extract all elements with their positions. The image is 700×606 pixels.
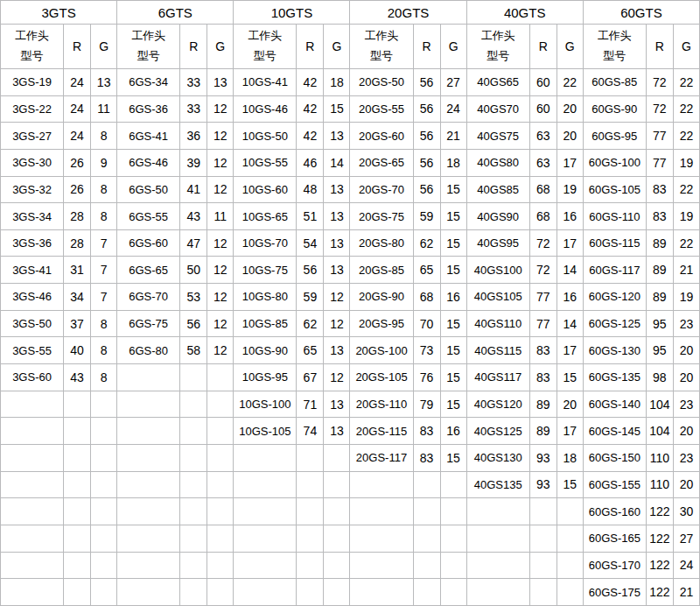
model-cell: 40GS90	[466, 203, 529, 230]
r-value-cell: 41	[180, 176, 207, 203]
g-value-cell: 8	[91, 337, 117, 364]
r-value-cell	[529, 498, 556, 525]
r-column-header: R	[180, 25, 207, 69]
model-cell: 10GS-70	[234, 229, 297, 257]
model-cell: 10GS-90	[234, 337, 297, 364]
r-value-cell	[64, 418, 91, 445]
model-cell: 40GS120	[466, 391, 529, 418]
r-value-cell: 72	[529, 229, 556, 257]
r-value-cell: 74	[297, 418, 324, 445]
g-value-cell: 22	[673, 123, 699, 150]
g-value-cell: 15	[440, 257, 466, 284]
g-value-cell: 18	[440, 149, 466, 176]
g-value-cell: 27	[440, 69, 466, 96]
model-cell	[350, 579, 413, 606]
model-cell: 3GS-50	[1, 310, 64, 337]
g-column-header: G	[673, 25, 699, 69]
g-value-cell: 16	[440, 284, 466, 311]
g-value-cell	[324, 552, 350, 579]
r-value-cell: 37	[64, 310, 91, 337]
g-value-cell: 8	[91, 310, 117, 337]
r-value-cell: 56	[413, 176, 440, 203]
model-cell: 60GS-155	[583, 471, 646, 498]
g-value-cell: 18	[324, 69, 350, 96]
r-value-cell	[297, 579, 324, 606]
model-cell: 60GS-145	[583, 418, 646, 445]
r-value-cell: 98	[646, 364, 673, 391]
g-value-cell: 12	[207, 257, 234, 284]
model-cell: 20GS-55	[350, 95, 413, 123]
g-value-cell: 16	[556, 284, 583, 311]
g-value-cell	[207, 525, 234, 552]
model-header-line2: 型号	[350, 46, 412, 67]
g-value-cell	[91, 525, 117, 552]
group-title-60gts: 60GTS	[583, 1, 699, 25]
g-value-cell	[207, 471, 234, 498]
r-value-cell: 67	[297, 364, 324, 391]
g-value-cell	[91, 552, 117, 579]
r-value-cell: 42	[297, 95, 324, 123]
table-row: 3GS-342886GS-55431110GS-65511320GS-75591…	[1, 203, 700, 230]
model-cell: 10GS-85	[234, 310, 297, 337]
model-cell	[117, 498, 180, 525]
r-value-cell: 60	[529, 69, 556, 96]
model-cell: 60GS-117	[583, 257, 646, 284]
model-cell	[466, 498, 529, 525]
g-value-cell: 19	[673, 203, 699, 230]
r-value-cell: 83	[529, 364, 556, 391]
g-value-cell: 19	[673, 149, 699, 176]
r-value-cell: 110	[646, 471, 673, 498]
table-row: 3GS-6043810GS-95671220GS-105761540GS1178…	[1, 364, 700, 391]
r-value-cell	[180, 418, 207, 445]
table-row: 3GS-322686GS-50411210GS-60481320GS-70561…	[1, 176, 700, 203]
g-value-cell	[324, 525, 350, 552]
model-cell: 40GS80	[466, 149, 529, 176]
model-cell: 40GS75	[466, 123, 529, 150]
r-value-cell: 33	[180, 95, 207, 123]
g-value-cell	[91, 471, 117, 498]
g-value-cell: 22	[673, 69, 699, 96]
model-cell	[234, 444, 297, 471]
model-cell: 40GS125	[466, 418, 529, 445]
column-header-row: 工作头 型号 R G 工作头 型号 R G 工作头 型号 R G 工作头 型号 …	[1, 25, 700, 69]
model-cell: 10GS-55	[234, 149, 297, 176]
g-value-cell: 13	[324, 391, 350, 418]
r-value-cell: 77	[646, 149, 673, 176]
g-value-cell: 7	[91, 284, 117, 311]
group-title-3gts: 3GTS	[1, 1, 117, 25]
model-cell	[117, 579, 180, 606]
g-value-cell: 22	[556, 69, 583, 96]
r-value-cell: 51	[297, 203, 324, 230]
group-title-6gts: 6GTS	[117, 1, 234, 25]
model-cell	[1, 391, 64, 418]
model-cell: 3GS-55	[1, 337, 64, 364]
model-cell: 40GS110	[466, 310, 529, 337]
g-value-cell: 12	[207, 229, 234, 257]
g-value-cell	[440, 471, 466, 498]
model-cell: 60GS-125	[583, 310, 646, 337]
model-column-header: 工作头 型号	[466, 25, 529, 69]
model-cell	[234, 579, 297, 606]
r-value-cell	[180, 579, 207, 606]
r-value-cell: 68	[413, 284, 440, 311]
r-value-cell: 68	[529, 176, 556, 203]
model-cell: 10GS-50	[234, 123, 297, 150]
model-cell: 60GS-105	[583, 176, 646, 203]
r-value-cell: 43	[64, 364, 91, 391]
model-cell: 60GS-110	[583, 203, 646, 230]
r-value-cell	[297, 498, 324, 525]
g-value-cell: 22	[673, 95, 699, 123]
r-value-cell	[64, 391, 91, 418]
r-value-cell: 59	[297, 284, 324, 311]
g-value-cell: 15	[440, 444, 466, 471]
g-value-cell: 17	[556, 418, 583, 445]
table-body: 3GS-1924136GS-34331310GS-41421820GS-5056…	[1, 69, 700, 606]
table-row: 60GS-16012230	[1, 498, 700, 525]
model-cell: 10GS-41	[234, 69, 297, 96]
model-header-line2: 型号	[467, 46, 529, 67]
g-value-cell	[324, 444, 350, 471]
model-cell: 20GS-85	[350, 257, 413, 284]
g-value-cell	[324, 579, 350, 606]
g-value-cell: 22	[673, 176, 699, 203]
g-value-cell: 12	[207, 149, 234, 176]
